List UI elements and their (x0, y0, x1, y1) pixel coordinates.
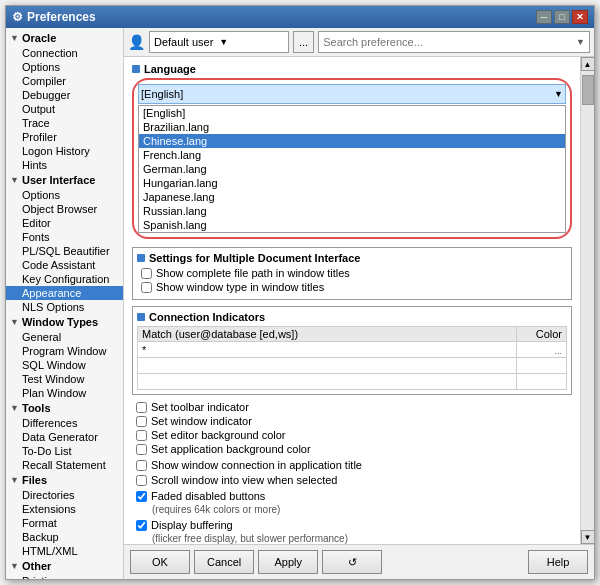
sidebar-item[interactable]: Fonts (6, 230, 123, 244)
language-dropdown-list: [English] Brazilian.lang Chinese.lang Fr… (138, 105, 566, 233)
sidebar-item[interactable]: Output (6, 102, 123, 116)
ok-button[interactable]: OK (130, 550, 190, 574)
lang-option-russian[interactable]: Russian.lang (139, 204, 565, 218)
cb-toolbar-label: Set toolbar indicator (151, 401, 249, 413)
lang-option-hungarian[interactable]: Hungarian.lang (139, 176, 565, 190)
sidebar-section-other[interactable]: ▼ Other (6, 558, 123, 574)
sidebar-item[interactable]: Code Assistant (6, 258, 123, 272)
sidebar-item[interactable]: Backup (6, 530, 123, 544)
sidebar-item[interactable]: Extensions (6, 502, 123, 516)
cb-show-conn: Show window connection in application ti… (136, 459, 572, 471)
apply-button[interactable]: Apply (258, 550, 318, 574)
conn-empty-cell2 (138, 374, 517, 390)
sidebar-item[interactable]: Hints (6, 158, 123, 172)
sidebar-section-files[interactable]: ▼ Files (6, 472, 123, 488)
conn-color-cell: ... (517, 342, 567, 358)
sidebar-item[interactable]: Recall Statement (6, 458, 123, 472)
sidebar-item[interactable]: PL/SQL Beautifier (6, 244, 123, 258)
scrollbar-vertical: ▲ ▼ (580, 57, 594, 544)
sidebar-item[interactable]: Debugger (6, 88, 123, 102)
conn-col-color: Color (517, 327, 567, 342)
scroll-track[interactable] (581, 71, 594, 530)
conn-empty-cell (138, 358, 517, 374)
help-button[interactable]: Help (528, 550, 588, 574)
maximize-button[interactable]: □ (554, 10, 570, 24)
cb-toolbar-input[interactable] (136, 402, 147, 413)
mdi-checkbox-1[interactable] (141, 282, 152, 293)
refresh-button[interactable]: ↺ (322, 550, 382, 574)
sidebar-section-window-types[interactable]: ▼ Window Types (6, 314, 123, 330)
lang-option-japanese[interactable]: Japanese.lang (139, 190, 565, 204)
oracle-section-label: Oracle (22, 32, 56, 44)
cb-display-input[interactable] (136, 520, 147, 531)
sidebar-section-user-interface[interactable]: ▼ User Interface (6, 172, 123, 188)
mdi-checkbox-0[interactable] (141, 268, 152, 279)
sidebar-item[interactable]: NLS Options (6, 300, 123, 314)
mdi-option-label-1: Show window type in window titles (156, 281, 324, 293)
sidebar-item[interactable]: General (6, 330, 123, 344)
user-dropdown[interactable]: Default user ▼ (149, 31, 289, 53)
lang-option-english[interactable]: [English] (139, 106, 565, 120)
sidebar-item[interactable]: Plan Window (6, 386, 123, 400)
sidebar-item[interactable]: To-Do List (6, 444, 123, 458)
checkboxes-group: Set toolbar indicator Set window indicat… (132, 401, 572, 455)
cb-app-bg-input[interactable] (136, 444, 147, 455)
sidebar-item[interactable]: Test Window (6, 372, 123, 386)
sidebar-section-oracle[interactable]: ▼ Oracle (6, 30, 123, 46)
sidebar-item[interactable]: HTML/XML (6, 544, 123, 558)
sidebar-section-tools[interactable]: ▼ Tools (6, 400, 123, 416)
toolbar: 👤 Default user ▼ ... ▼ (124, 28, 594, 57)
mdi-option-1: Show window type in window titles (141, 281, 567, 293)
lang-option-chinese[interactable]: Chinese.lang (139, 134, 565, 148)
cb-faded-input[interactable] (136, 491, 147, 502)
cb-scroll: Scroll window into view when selected (136, 474, 572, 486)
sidebar-item[interactable]: Logon History (6, 144, 123, 158)
cb-editor-bg-input[interactable] (136, 430, 147, 441)
cb-show-conn-input[interactable] (136, 460, 147, 471)
sidebar-item[interactable]: Connection (6, 46, 123, 60)
sidebar-item[interactable]: Directories (6, 488, 123, 502)
sidebar-item[interactable]: Data Generator (6, 430, 123, 444)
scroll-thumb[interactable] (582, 75, 594, 105)
scroll-up-button[interactable]: ▲ (581, 57, 595, 71)
sidebar-item[interactable]: Appearance (6, 286, 123, 300)
sidebar-item[interactable]: Program Window (6, 344, 123, 358)
lang-option-french[interactable]: French.lang (139, 148, 565, 162)
sidebar-item[interactable]: Editor (6, 216, 123, 230)
sidebar-item[interactable]: Options (6, 188, 123, 202)
lang-option-german[interactable]: German.lang (139, 162, 565, 176)
sidebar-item[interactable]: Trace (6, 116, 123, 130)
sidebar-item[interactable]: Differences (6, 416, 123, 430)
conn-match-cell: * (138, 342, 517, 358)
title-bar: ⚙ Preferences ─ □ ✕ (6, 6, 594, 28)
lang-option-brazilian[interactable]: Brazilian.lang (139, 120, 565, 134)
sidebar-item[interactable]: SQL Window (6, 358, 123, 372)
search-input[interactable] (323, 36, 576, 48)
sidebar-item[interactable]: Object Browser (6, 202, 123, 216)
sidebar-item[interactable]: Compiler (6, 74, 123, 88)
right-panel: 👤 Default user ▼ ... ▼ Language (124, 28, 594, 579)
cb-window-input[interactable] (136, 416, 147, 427)
language-select[interactable]: [English] ▼ (138, 84, 566, 104)
tools-arrow-icon: ▼ (10, 403, 20, 413)
lang-option-spanish[interactable]: Spanish.lang (139, 218, 565, 232)
other-arrow-icon: ▼ (10, 561, 20, 571)
language-label: Language (132, 63, 572, 75)
language-selected-text: [English] (141, 88, 183, 100)
sidebar-item[interactable]: Printing (6, 574, 123, 579)
search-arrow-icon[interactable]: ▼ (576, 37, 585, 47)
mdi-section: Settings for Multiple Document Interface… (132, 247, 572, 300)
cb-scroll-input[interactable] (136, 475, 147, 486)
dots-button[interactable]: ... (293, 31, 314, 53)
cancel-button[interactable]: Cancel (194, 550, 254, 574)
sidebar-item[interactable]: Key Configuration (6, 272, 123, 286)
sidebar-item[interactable]: Options (6, 60, 123, 74)
cb-app-bg: Set application background color (136, 443, 572, 455)
scroll-down-button[interactable]: ▼ (581, 530, 595, 544)
sidebar-item[interactable]: Format (6, 516, 123, 530)
cb-faded-label: Faded disabled buttons (151, 490, 265, 502)
sidebar-item[interactable]: Profiler (6, 130, 123, 144)
minimize-button[interactable]: ─ (536, 10, 552, 24)
close-button[interactable]: ✕ (572, 10, 588, 24)
connection-indicators-section: Connection Indicators Match (user@databa… (132, 306, 572, 395)
